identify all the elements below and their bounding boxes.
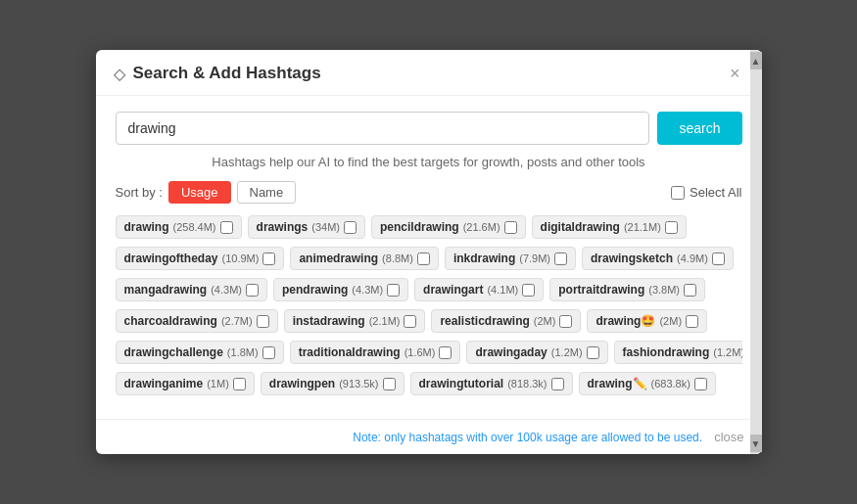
tag-item[interactable]: pendrawing(4.3M) [273,278,408,301]
tag-item[interactable]: fashiondrawing(1.2M) [614,341,742,364]
tag-item[interactable]: instadrawing(2.1M) [284,309,426,333]
tag-item[interactable]: pencildrawing(21.6M) [371,215,526,239]
tag-checkbox[interactable] [665,221,678,234]
sort-group: Sort by : Usage Name [116,181,297,204]
tag-name: inkdrawing [453,252,515,265]
tag-checkbox[interactable] [383,378,396,390]
tag-checkbox[interactable] [233,378,246,390]
tag-item[interactable]: mangadrawing(4.3M) [116,278,267,301]
sort-label: Sort by : [116,185,163,200]
tag-checkbox[interactable] [257,315,269,328]
tag-checkbox[interactable] [262,252,275,265]
tag-item[interactable]: drawingart(4.1M) [414,278,544,301]
tags-row: drawinganime(1M)drawingpen(913.5k)drawin… [116,372,738,395]
search-input[interactable] [116,112,650,145]
tag-item[interactable]: drawingchallenge(1.8M) [116,341,284,364]
tag-item[interactable]: drawings(34M) [248,215,365,239]
tag-checkbox[interactable] [262,346,275,359]
tag-name: drawing [124,220,169,234]
tag-name: drawingsketch [591,252,673,265]
tag-count: (4.3M) [352,284,383,296]
modal-body: search Hashtags help our AI to find the … [96,96,762,419]
tag-item[interactable]: drawingaday(1.2M) [466,341,607,364]
tag-item[interactable]: drawinganime(1M) [116,372,255,395]
modal-close-button[interactable]: × [726,65,744,82]
tag-checkbox[interactable] [686,315,698,328]
tag-count: (2M) [534,315,556,327]
tag-item[interactable]: traditionaldrawing(1.6M) [290,341,461,364]
tag-item[interactable]: drawing✏️(683.8k) [579,372,716,395]
sort-usage-button[interactable]: Usage [168,181,231,204]
tags-row: mangadrawing(4.3M)pendrawing(4.3M)drawin… [116,278,738,301]
tag-item[interactable]: drawing🤩(2M) [587,309,707,333]
tag-checkbox[interactable] [684,284,696,297]
tag-count: (21.1M) [624,221,661,233]
tag-item[interactable]: realisticdrawing(2M) [431,309,581,333]
tag-item[interactable]: drawingpen(913.5k) [261,372,405,395]
tag-checkbox[interactable] [344,221,357,234]
tag-name: drawingoftheday [124,252,218,265]
tag-checkbox[interactable] [246,284,259,297]
modal-scrollbar[interactable]: ▲ ▼ [750,50,762,454]
tag-item[interactable]: animedrawing(8.8M) [290,247,438,270]
tag-name: drawingchallenge [124,345,223,359]
tag-checkbox[interactable] [439,346,452,359]
tag-name: traditionaldrawing [299,345,401,359]
select-all-checkbox[interactable] [671,186,685,200]
modal-title: Search & Add Hashtags [133,64,726,83]
footer-close-button[interactable]: close [714,430,743,444]
tag-name: drawingaday [475,345,547,359]
tag-item[interactable]: charcoaldrawing(2.7M) [116,309,278,333]
search-button[interactable]: search [657,112,741,145]
tag-checkbox[interactable] [712,252,725,265]
tag-checkbox[interactable] [504,221,517,234]
tag-checkbox[interactable] [554,252,567,265]
tag-count: (4.9M) [677,252,708,264]
tag-count: (7.9M) [519,252,550,264]
tag-checkbox[interactable] [551,378,564,390]
tag-checkbox[interactable] [417,252,430,265]
tag-count: (1.8M) [227,346,259,358]
scrollbar-up-button[interactable]: ▲ [750,52,762,69]
tag-name: drawings [257,220,309,234]
modal-header: ◇ Search & Add Hashtags × [96,50,762,96]
tag-count: (2.7M) [221,315,253,327]
tags-row: drawingoftheday(10.9M)animedrawing(8.8M)… [116,247,738,270]
sort-name-button[interactable]: Name [237,181,297,204]
tag-count: (34M) [311,221,340,233]
tag-checkbox[interactable] [559,315,572,328]
tag-name: portraitdrawing [558,283,644,297]
tag-count: (1.2M) [551,346,583,358]
tag-name: drawinganime [124,377,204,390]
tag-count: (2M) [659,315,682,327]
tag-count: (2.1M) [369,315,401,327]
tag-name: realisticdrawing [440,314,529,328]
tag-count: (1.2M) [713,346,741,358]
modal-footer: Note: only hashatags with over 100k usag… [96,419,762,454]
tag-name: fashiondrawing [623,345,710,359]
tag-checkbox[interactable] [694,378,707,390]
tag-item[interactable]: drawing(258.4M) [116,215,242,239]
tag-name: pencildrawing [380,220,459,234]
search-row: search [116,112,742,145]
tag-name: drawing✏️ [588,377,647,390]
tags-row: charcoaldrawing(2.7M)instadrawing(2.1M)r… [116,309,738,333]
tag-checkbox[interactable] [220,221,233,234]
tag-checkbox[interactable] [387,284,400,297]
tag-item[interactable]: inkdrawing(7.9M) [445,247,576,270]
tag-item[interactable]: portraitdrawing(3.8M) [549,278,705,301]
tag-item[interactable]: drawingoftheday(10.9M) [116,247,285,270]
tag-name: drawingtutorial [419,377,504,390]
tag-item[interactable]: digitaldrawing(21.1M) [532,215,687,239]
tag-checkbox[interactable] [587,346,599,359]
tags-container: drawing(258.4M)drawings(34M)pencildrawin… [116,215,742,403]
tag-item[interactable]: drawingtutorial(818.3k) [410,372,573,395]
diamond-icon: ◇ [114,65,125,83]
tag-checkbox[interactable] [522,284,535,297]
footer-note: Note: only hashatags with over 100k usag… [114,431,703,444]
tag-item[interactable]: drawingsketch(4.9M) [582,247,734,270]
tag-checkbox[interactable] [404,315,416,328]
scrollbar-down-button[interactable]: ▼ [750,435,762,452]
select-all-group: Select All [671,185,741,200]
tag-count: (3.8M) [648,284,680,296]
